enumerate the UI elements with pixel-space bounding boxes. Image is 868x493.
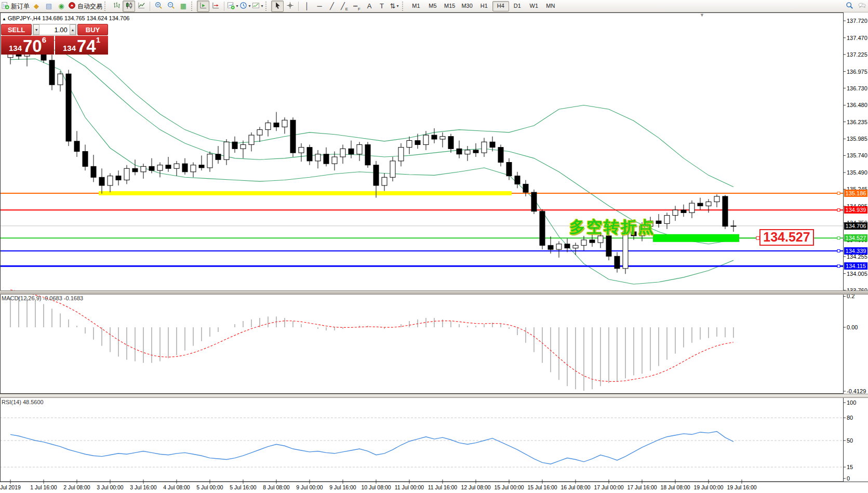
period-icon (239, 2, 247, 10)
toolbar-separator (298, 2, 299, 11)
autotrade-button[interactable]: 自动交易 (68, 1, 103, 12)
rsi-indicator-label: RSI(14) 48.5600 (2, 399, 44, 405)
profiles-icon-button[interactable]: ◆ (30, 1, 43, 12)
period-button[interactable]: ▾ (239, 1, 251, 12)
tf-M30[interactable]: M30 (458, 1, 475, 11)
volume-input[interactable] (39, 24, 69, 35)
zoom-out-button[interactable] (165, 1, 177, 12)
sell-button[interactable]: SELL (1, 24, 32, 35)
support-line-blue-2-price-tag[interactable]: 134.115 (844, 262, 867, 270)
new-order-button[interactable]: 新订单 (1, 1, 30, 12)
tf-H4[interactable]: H4 (492, 1, 509, 11)
bar-chart-button[interactable] (110, 1, 123, 12)
rsi-axis-tick: 50 (847, 437, 853, 444)
tf-W1[interactable]: W1 (526, 1, 542, 11)
fibonacci-button[interactable]: ┅F (351, 1, 363, 12)
candle (515, 176, 520, 184)
candle (373, 165, 379, 185)
chart-canvas[interactable] (0, 0, 868, 493)
trendline-button[interactable]: ╱ (326, 1, 338, 12)
price-callout-label[interactable]: 134.527 (759, 229, 814, 246)
time-axis-label: 10 Jul 08:00 (361, 484, 391, 490)
buy-button[interactable]: BUY (77, 24, 108, 35)
candle (698, 203, 703, 206)
new-chart-button[interactable]: ▾ (226, 1, 239, 12)
charts-icon-button[interactable]: ▤ (43, 1, 55, 12)
candle (506, 162, 512, 176)
crosshair-button[interactable] (284, 1, 296, 12)
tf-MN[interactable]: MN (542, 1, 559, 11)
buy-price-display[interactable]: 134 74 1 (55, 36, 108, 55)
line-chart-button[interactable] (135, 1, 148, 12)
chevron-down-icon[interactable]: ▾ (261, 4, 263, 8)
resistance-line-red-price-tag[interactable]: 134.939 (844, 206, 867, 214)
trendline-icon: ╱ (330, 3, 334, 9)
chat-button[interactable] (856, 1, 868, 12)
time-axis-label: 11 Jul 16:00 (428, 484, 457, 490)
cursor-button[interactable] (271, 1, 284, 12)
toolbar-grip (402, 2, 405, 11)
tile-windows-button[interactable]: ▦ (177, 1, 190, 12)
rsi-pane-splitter[interactable] (0, 394, 868, 398)
macd-pane-splitter[interactable] (0, 290, 868, 295)
collapse-panel-icon[interactable]: ▲ (2, 17, 6, 21)
text-label-button[interactable]: T (376, 1, 388, 12)
pivot-line-green-price-tag[interactable]: 134.527 (844, 234, 867, 242)
horizontal-line-button[interactable]: ─ (313, 1, 326, 12)
sell-price-display[interactable]: 134 70 6 (1, 36, 54, 55)
charts-icon-icon: ▤ (46, 3, 52, 9)
candle (216, 154, 221, 159)
candle (664, 216, 670, 224)
candle (108, 176, 113, 185)
support-line-blue-1-price-tag[interactable]: 134.339 (844, 247, 867, 255)
tf-H1[interactable]: H1 (476, 1, 492, 11)
arrows-button[interactable]: ⇅▾ (388, 1, 400, 12)
candle (656, 221, 661, 223)
time-axis-label: 2 Jul 08:00 (63, 484, 90, 490)
horizontal-line-icon: ─ (317, 3, 322, 9)
search-button[interactable] (843, 1, 856, 12)
autotrade-icon (68, 2, 76, 10)
resistance-line-orange-price-tag[interactable]: 135.186 (844, 190, 867, 197)
symbol-ohlc-text: GBPJPY-,H4 134.686 134.765 134.624 134.7… (8, 15, 129, 21)
zoom-in-button[interactable] (152, 1, 165, 12)
rsi-axis-tick: 15 (847, 464, 853, 470)
vertical-line-button[interactable]: │ (301, 1, 313, 12)
candle (224, 142, 229, 159)
candle (174, 164, 179, 168)
tf-M1[interactable]: M1 (408, 1, 424, 11)
text-button[interactable]: A (363, 1, 376, 12)
volume-decrease-button[interactable]: ▼ (33, 24, 39, 35)
chevron-down-icon[interactable]: ▾ (396, 4, 398, 8)
candle (340, 149, 345, 157)
candle (415, 141, 420, 145)
chevron-down-icon[interactable]: ▾ (236, 4, 238, 8)
tf-M15[interactable]: M15 (441, 1, 458, 11)
chart-shift-button[interactable] (209, 1, 222, 12)
candle (207, 154, 212, 168)
auto-scroll-button[interactable] (197, 1, 209, 12)
time-axis-label: 19 Jul 16:00 (727, 484, 756, 490)
bar-chart-icon (113, 2, 121, 10)
macd-axis-tick: 0.00 (847, 324, 858, 330)
signals-icon-button[interactable]: ◉ (55, 1, 68, 12)
candlestick-chart-button[interactable] (123, 1, 135, 12)
yellow-highlight-bar (99, 191, 512, 195)
candle (581, 240, 586, 245)
template-button[interactable]: ▾ (251, 1, 264, 12)
candle (382, 177, 387, 185)
turning-point-annotation[interactable]: 多空转折点 (569, 217, 655, 238)
candle (249, 135, 254, 144)
equidistant-channel-button[interactable]: ╱E (338, 1, 351, 12)
text-icon: A (367, 3, 372, 9)
volume-increase-button[interactable]: ▲ (70, 24, 76, 35)
tf-D1[interactable]: D1 (509, 1, 526, 11)
price-axis-tick: 136.235 (847, 119, 867, 125)
chart-shift-marker[interactable]: ▼ (700, 12, 704, 18)
crosshair-icon (286, 2, 294, 10)
line-chart-icon (138, 2, 145, 10)
time-axis-label: 1 Jul 16:00 (30, 484, 57, 490)
tf-M5[interactable]: M5 (424, 1, 441, 11)
new-chart-icon (227, 2, 235, 10)
chevron-down-icon[interactable]: ▾ (248, 4, 250, 8)
